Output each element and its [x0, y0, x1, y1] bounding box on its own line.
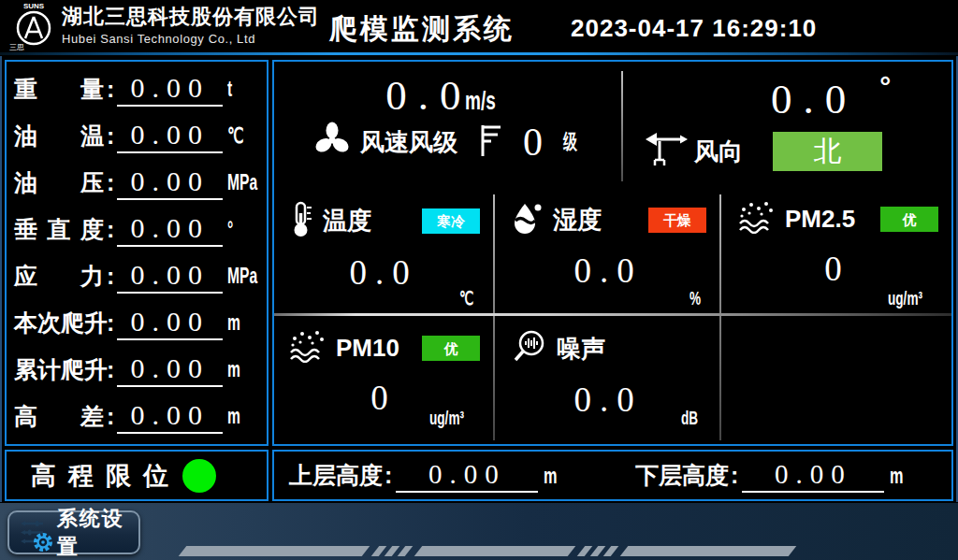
- grid-divider-vertical-1: [493, 194, 495, 440]
- lower-height-value: 0.00: [775, 459, 852, 489]
- metric-value-field: 0.00: [117, 212, 223, 247]
- metric-label: 垂直度: [14, 214, 104, 245]
- elevation-status-light: [182, 459, 216, 493]
- metric-value: 0.00: [130, 165, 210, 196]
- wind-direction-unit: °: [879, 71, 891, 102]
- pm25-header: PM2.5 优: [723, 189, 951, 237]
- pm10-label: PM10: [336, 334, 399, 363]
- metric-colon: :: [107, 403, 114, 430]
- footer-stripes-decoration: [182, 546, 800, 556]
- humidity-label: 湿度: [553, 204, 602, 237]
- grid-divider-horizontal: [274, 313, 951, 316]
- wind-level-flag-icon: [478, 121, 502, 164]
- upper-height-value: 0.00: [428, 459, 506, 489]
- company-logo-icon: SUNS 三思: [7, 1, 60, 52]
- wind-vane-icon: [644, 129, 689, 174]
- metric-value-field: 0.00: [117, 72, 223, 107]
- temperature-header: 温度 寒冷: [274, 189, 493, 241]
- lower-height-group: 下层高度: 0.00 m: [635, 452, 910, 499]
- metric-label: 油 压: [14, 167, 104, 198]
- noise-header: 噪声: [497, 318, 719, 368]
- pm10-status-badge: 优: [422, 336, 480, 361]
- metric-label: 本次爬升: [14, 308, 104, 338]
- metric-row-oil-temp: 油 温: 0.00 ℃: [14, 112, 261, 159]
- wind-level-row: 风速风级 0 级: [274, 120, 621, 165]
- lower-height-field: 0.00: [742, 459, 884, 493]
- metric-value: 0.00: [130, 306, 210, 337]
- environment-panel: 0.0m/s 风速风级: [272, 60, 953, 446]
- upper-height-label: 上层高度: [289, 460, 383, 491]
- screen: SUNS 三思 湖北三思科技股份有限公司 Hubei Sansi Technol…: [0, 0, 958, 560]
- wind-speed-section: 0.0m/s 风速风级: [274, 62, 621, 187]
- wind-direction-readout: 0.0°: [771, 71, 891, 123]
- metric-row-total-climb: 累计爬升: 0.00 m: [14, 347, 261, 394]
- screen-edge-left: [0, 56, 2, 502]
- wind-direction-section: 0.0° 风向 北: [623, 62, 951, 187]
- header: SUNS 三思 湖北三思科技股份有限公司 Hubei Sansi Technol…: [0, 0, 958, 52]
- metric-value-field: 0.00: [117, 399, 223, 434]
- pm10-header: PM10 优: [274, 318, 493, 366]
- lower-height-label: 下层高度: [635, 460, 729, 491]
- temperature-unit: ℃: [459, 287, 480, 309]
- footer-bar: 系统设置: [0, 503, 958, 560]
- wind-level-value: 0: [523, 120, 543, 165]
- humidity-cell: 湿度 干燥 0.0 %: [497, 189, 719, 311]
- upper-height-field: 0.00: [396, 459, 538, 493]
- metric-colon: :: [107, 263, 114, 290]
- metric-colon: :: [107, 356, 114, 383]
- metric-label: 重 量: [14, 74, 104, 105]
- noise-label: 噪声: [557, 333, 605, 366]
- system-settings-label: 系统设置: [57, 505, 138, 560]
- wind-direction-button[interactable]: 北: [773, 132, 882, 171]
- metric-value-field: 0.00: [117, 259, 223, 294]
- dust-icon: [738, 200, 776, 237]
- system-settings-button[interactable]: 系统设置: [7, 510, 140, 554]
- metric-colon: :: [107, 309, 114, 337]
- metric-value: 0.00: [130, 259, 210, 290]
- metric-colon: :: [107, 122, 114, 150]
- gear-icon: [32, 531, 54, 557]
- wind-direction-row: 风向 北: [644, 129, 882, 174]
- metric-label: 累计爬升: [14, 354, 104, 385]
- lower-height-colon: :: [731, 462, 738, 489]
- thermometer-icon: [289, 200, 313, 241]
- pm10-unit: ug/m³: [429, 408, 480, 429]
- upper-height-colon: :: [385, 462, 392, 489]
- wind-speed-value: 0.0: [385, 72, 472, 119]
- page-title: 爬模监测系统: [329, 10, 515, 49]
- wind-direction-label: 风向: [694, 136, 743, 168]
- sliders-gear-icon: [17, 515, 46, 550]
- datetime-display: 2023-04-17 16:29:10: [571, 14, 817, 43]
- metric-colon: :: [107, 76, 114, 103]
- temperature-cell: 温度 寒冷 0.0 ℃: [274, 189, 493, 311]
- company-name-cn: 湖北三思科技股份有限公司: [62, 5, 320, 29]
- humidity-status-badge: 干燥: [648, 208, 706, 233]
- metric-unit: °: [227, 217, 261, 242]
- metric-unit: m: [227, 357, 261, 382]
- elevation-limit-label: 高程限位: [31, 459, 181, 493]
- temperature-label: 温度: [323, 205, 371, 237]
- metric-label: 油 温: [14, 121, 104, 151]
- upper-height-unit: m: [544, 463, 563, 489]
- wind-speed-unit: m/s: [465, 86, 510, 115]
- metric-unit: MPa: [227, 170, 261, 195]
- metric-value: 0.00: [130, 119, 210, 150]
- metric-value: 0.00: [130, 212, 210, 243]
- humidity-unit: %: [689, 288, 706, 309]
- grid-divider-vertical-2: [719, 194, 721, 440]
- droplet-icon: [512, 200, 544, 239]
- metric-unit: m: [227, 404, 261, 429]
- pm25-label: PM2.5: [785, 205, 855, 234]
- metric-colon: :: [107, 216, 114, 243]
- metric-label: 高 差: [14, 401, 104, 432]
- humidity-value: 0.0: [497, 251, 719, 291]
- metric-label: 应 力: [14, 261, 104, 292]
- wind-speed-label: 风速风级: [360, 126, 457, 159]
- metric-unit: MPa: [227, 264, 261, 289]
- wind-speed-readout: 0.0m/s: [274, 71, 621, 120]
- humidity-header: 湿度 干燥: [497, 189, 719, 239]
- metric-row-verticality: 垂直度: 0.00 °: [14, 206, 261, 252]
- metric-value-field: 0.00: [117, 165, 223, 200]
- metric-unit: ℃: [227, 123, 261, 149]
- lower-height-unit: m: [890, 463, 909, 489]
